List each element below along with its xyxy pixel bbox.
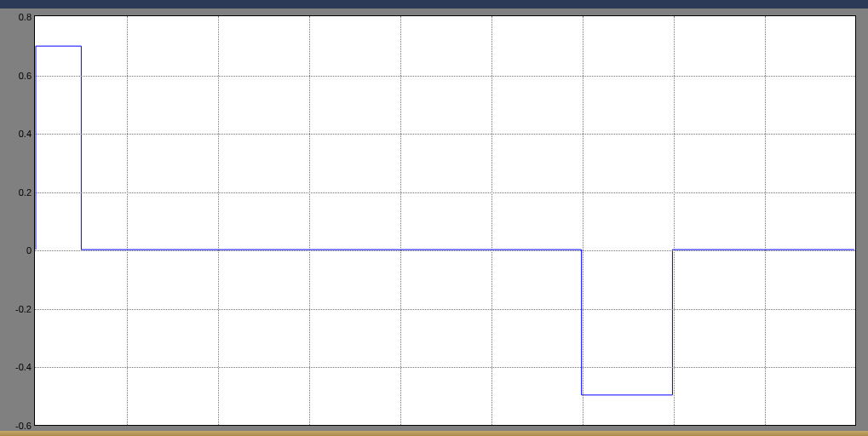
grid-line-vertical [674,16,675,425]
line-plot [35,16,855,425]
axes[interactable]: -0.6-0.4-0.200.20.40.60.8 [34,15,856,426]
grid-line-vertical [127,16,128,425]
grid-line-vertical [400,16,401,425]
window-titlebar[interactable] [0,0,868,9]
grid-line-vertical [491,16,492,425]
grid-line-vertical [583,16,583,425]
y-tick-label: -0.4 [15,362,32,372]
grid-line-vertical [765,16,766,425]
y-tick-label: 0.6 [19,71,32,81]
grid-line-vertical [218,16,219,425]
grid-line-horizontal [35,250,855,251]
y-tick-label: -0.6 [15,421,32,431]
data-line [36,46,854,395]
y-tick-label: 0.4 [19,129,32,139]
grid-line-horizontal [35,76,855,77]
grid-line-horizontal [35,367,855,368]
y-tick-label: -0.2 [15,304,32,314]
grid-line-horizontal [35,134,855,135]
y-tick-label: 0 [26,245,32,255]
grid-line-vertical [309,16,310,425]
grid-line-horizontal [35,192,855,193]
window-bottom-strip [0,431,868,436]
grid-line-horizontal [35,309,855,310]
figure-window: -0.6-0.4-0.200.20.40.60.8 [0,0,868,436]
y-tick-label: 0.8 [19,12,32,22]
y-tick-label: 0.2 [19,187,32,198]
